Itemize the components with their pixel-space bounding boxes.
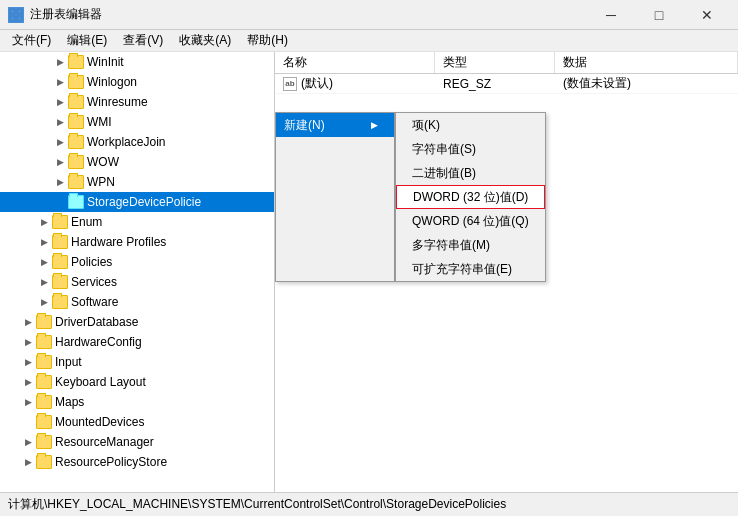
tree-label: Winresume [87, 95, 148, 109]
menu-edit[interactable]: 编辑(E) [59, 30, 115, 52]
title-left: 注册表编辑器 [8, 6, 102, 23]
tree-item-policies[interactable]: Policies [0, 252, 274, 272]
tree-scroll[interactable]: WinInit Winlogon Winresume WMI [0, 52, 274, 492]
submenu-item-binary[interactable]: 二进制值(B) [396, 161, 545, 185]
folder-icon [36, 375, 52, 389]
tree-item-mounteddevices[interactable]: MountedDevices [0, 412, 274, 432]
tree-arrow [20, 372, 36, 392]
submenu-arrow: ▶ [371, 120, 378, 130]
close-button[interactable]: ✕ [684, 0, 730, 30]
folder-icon [36, 355, 52, 369]
menu-file[interactable]: 文件(F) [4, 30, 59, 52]
col-header-data[interactable]: 数据 [555, 52, 738, 73]
menu-view[interactable]: 查看(V) [115, 30, 171, 52]
tree-label: WorkplaceJoin [87, 135, 165, 149]
table-row[interactable]: ab (默认) REG_SZ (数值未设置) [275, 74, 738, 94]
tree-label: Winlogon [87, 75, 137, 89]
folder-icon [68, 75, 84, 89]
app-icon [8, 7, 24, 23]
folder-icon [68, 175, 84, 189]
tree-arrow [20, 332, 36, 352]
tree-item-storagedevicepolicies[interactable]: StorageDevicePolicie [0, 192, 274, 212]
tree-label: ResourceManager [55, 435, 154, 449]
tree-item-winresume[interactable]: Winresume [0, 92, 274, 112]
tree-arrow [36, 252, 52, 272]
tree-label: Maps [55, 395, 84, 409]
tree-arrow [20, 352, 36, 372]
submenu-item-string[interactable]: 字符串值(S) [396, 137, 545, 161]
submenu-item-multistring[interactable]: 多字符串值(M) [396, 233, 545, 257]
menu-help[interactable]: 帮助(H) [239, 30, 296, 52]
tree-label: StorageDevicePolicie [87, 195, 201, 209]
submenu-label: QWORD (64 位)值(Q) [412, 213, 529, 230]
submenu-item-dword[interactable]: DWORD (32 位)值(D) [396, 185, 545, 209]
menu-bar: 文件(F) 编辑(E) 查看(V) 收藏夹(A) 帮助(H) [0, 30, 738, 52]
col-header-name[interactable]: 名称 [275, 52, 435, 73]
submenu-item-qword[interactable]: QWORD (64 位)值(Q) [396, 209, 545, 233]
submenu-item-expandstring[interactable]: 可扩充字符串值(E) [396, 257, 545, 281]
tree-label: Input [55, 355, 82, 369]
tree-item-wpn[interactable]: WPN [0, 172, 274, 192]
tree-arrow [36, 292, 52, 312]
tree-item-enum[interactable]: Enum [0, 212, 274, 232]
tree-item-hardwareconfig[interactable]: HardwareConfig [0, 332, 274, 352]
cell-name: ab (默认) [275, 75, 435, 92]
svg-rect-1 [17, 9, 22, 14]
tree-label: Hardware Profiles [71, 235, 166, 249]
ctx-new-label: 新建(N) [284, 117, 325, 134]
reg-icon: ab [283, 77, 297, 91]
folder-icon [68, 155, 84, 169]
minimize-button[interactable]: ─ [588, 0, 634, 30]
submenu-label: 二进制值(B) [412, 165, 476, 182]
submenu: 项(K) 字符串值(S) 二进制值(B) DWORD (32 位)值(D) QW… [395, 112, 546, 282]
tree-arrow [20, 432, 36, 452]
submenu-label: DWORD (32 位)值(D) [413, 189, 528, 206]
tree-item-input[interactable]: Input [0, 352, 274, 372]
submenu-item-key[interactable]: 项(K) [396, 113, 545, 137]
tree-item-wow[interactable]: WOW [0, 152, 274, 172]
tree-item-winlogon[interactable]: Winlogon [0, 72, 274, 92]
maximize-button[interactable]: □ [636, 0, 682, 30]
tree-arrow [52, 92, 68, 112]
name-value: (默认) [301, 75, 333, 92]
menu-favorites[interactable]: 收藏夹(A) [171, 30, 239, 52]
tree-item-keyboardlayout[interactable]: Keyboard Layout [0, 372, 274, 392]
folder-icon [52, 215, 68, 229]
tree-arrow [20, 312, 36, 332]
window-title: 注册表编辑器 [30, 6, 102, 23]
folder-icon [52, 255, 68, 269]
tree-arrow [52, 152, 68, 172]
tree-item-maps[interactable]: Maps [0, 392, 274, 412]
folder-icon [36, 455, 52, 469]
tree-arrow [36, 212, 52, 232]
folder-icon [68, 195, 84, 209]
col-header-type[interactable]: 类型 [435, 52, 555, 73]
tree-item-workplacejoin[interactable]: WorkplaceJoin [0, 132, 274, 152]
tree-label: MountedDevices [55, 415, 144, 429]
tree-arrow [52, 112, 68, 132]
tree-item-services[interactable]: Services [0, 272, 274, 292]
tree-arrow [20, 392, 36, 412]
tree-item-wininit[interactable]: WinInit [0, 52, 274, 72]
tree-item-driverdatabase[interactable]: DriverDatabase [0, 312, 274, 332]
context-menu-container: 新建(N) ▶ 项(K) 字符串值(S) 二进制值(B) DWORD (32 位… [275, 112, 546, 282]
tree-label: Software [71, 295, 118, 309]
folder-icon [68, 115, 84, 129]
tree-label: Policies [71, 255, 112, 269]
tree-arrow [36, 232, 52, 252]
folder-icon [68, 135, 84, 149]
tree-item-wmi[interactable]: WMI [0, 112, 274, 132]
folder-icon [36, 435, 52, 449]
tree-item-resourcemanager[interactable]: ResourceManager [0, 432, 274, 452]
status-bar: 计算机\HKEY_LOCAL_MACHINE\SYSTEM\CurrentCon… [0, 492, 738, 516]
ctx-item-new[interactable]: 新建(N) ▶ [276, 113, 394, 137]
tree-label: WMI [87, 115, 112, 129]
tree-item-hardwareprofiles[interactable]: Hardware Profiles [0, 232, 274, 252]
submenu-label: 可扩充字符串值(E) [412, 261, 512, 278]
tree-label: WinInit [87, 55, 124, 69]
tree-label: ResourcePolicyStore [55, 455, 167, 469]
tree-item-software[interactable]: Software [0, 292, 274, 312]
tree-item-resourcepolicystore[interactable]: ResourcePolicyStore [0, 452, 274, 472]
folder-icon [52, 275, 68, 289]
folder-icon [36, 415, 52, 429]
